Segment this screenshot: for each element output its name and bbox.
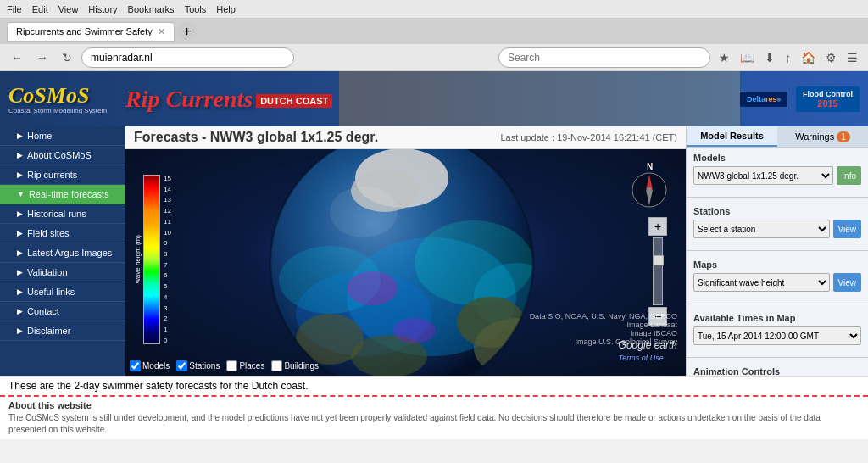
maps-view-button[interactable]: View	[833, 273, 862, 292]
colorbar: wave height (m) 15 14 13 12 11 10	[134, 175, 168, 344]
zoom-handle[interactable]	[654, 255, 664, 265]
stations-row: Select a station View	[693, 220, 861, 238]
zoom-in-button[interactable]: +	[648, 217, 667, 236]
models-checkbox-label[interactable]: Models	[130, 360, 170, 371]
safety-text: These are the 2-day swimmer safety forec…	[8, 380, 308, 392]
map-container: Forecasts - NWW3 global 1x1.25 degr. Las…	[125, 126, 686, 376]
settings-icon[interactable]: ⚙	[822, 49, 840, 66]
nav-icons: ★ 📖 ⬇ ↑ 🏠 ⚙ ☰	[715, 49, 861, 66]
tab-model-results[interactable]: Model Results	[687, 126, 777, 147]
animation-section: Animation Controls < Play ⏸ > Delete Spe…	[687, 361, 868, 376]
divider-3	[687, 304, 868, 304]
sidebar-item-disclaimer[interactable]: ▶ Disclaimer	[0, 321, 125, 341]
validation-arrow-icon: ▶	[17, 268, 23, 276]
divider-2	[687, 250, 868, 251]
menu-file[interactable]: File	[7, 4, 22, 14]
sidebar: ▶ Home ▶ About CoSMoS ▶ Rip currents ▼ R…	[0, 126, 125, 376]
cb-label-8: 8	[164, 250, 171, 258]
colorbar-title: wave height (m)	[134, 175, 142, 344]
about-text: The CoSMoS system is still under develop…	[8, 412, 860, 436]
stations-section: Stations Select a station View	[687, 201, 868, 247]
models-select[interactable]: NWW3 global 1x1.25 degr.	[693, 166, 833, 185]
stations-view-button[interactable]: View	[833, 220, 862, 238]
stations-checkbox-label[interactable]: Stations	[176, 360, 220, 371]
models-checkbox[interactable]	[130, 360, 141, 371]
sidebar-item-contact[interactable]: ▶ Contact	[0, 302, 125, 321]
last-update: Last update : 19-Nov-2014 16:21:41 (CET)	[500, 132, 677, 142]
about-title: About this website	[8, 400, 860, 410]
globe	[262, 149, 550, 376]
menu-icon[interactable]: ☰	[843, 49, 861, 66]
info-button[interactable]: Info	[837, 166, 861, 185]
maps-row: Significant wave height View	[693, 273, 861, 292]
home-icon[interactable]: 🏠	[798, 49, 819, 66]
places-checkbox-label[interactable]: Places	[226, 360, 264, 371]
share-icon[interactable]: ↑	[782, 49, 794, 66]
back-button[interactable]: ←	[7, 49, 27, 66]
search-bar[interactable]	[498, 47, 710, 68]
maps-section-title: Maps	[693, 259, 861, 270]
new-tab-button[interactable]: +	[178, 22, 197, 41]
buildings-checkbox-label[interactable]: Buildings	[271, 360, 319, 371]
tab-warnings[interactable]: Warnings 1	[777, 126, 868, 147]
tab-close-btn[interactable]: ✕	[158, 26, 165, 37]
sidebar-item-argus[interactable]: ▶ Latest Argus Images	[0, 243, 125, 263]
cb-label-9: 9	[164, 239, 171, 247]
forward-button[interactable]: →	[32, 49, 53, 66]
zoom-slider[interactable]	[653, 237, 663, 305]
reading-icon[interactable]: 📖	[737, 49, 758, 66]
content-area: ▶ Home ▶ About CoSMoS ▶ Rip currents ▼ R…	[0, 126, 868, 376]
maps-select[interactable]: Significant wave height	[693, 273, 830, 292]
sidebar-item-home[interactable]: ▶ Home	[0, 126, 125, 146]
map-checkboxes: Models Stations Places Buildings	[130, 360, 319, 371]
menu-edit[interactable]: Edit	[32, 4, 48, 14]
terms-link[interactable]: Terms of Use	[619, 354, 664, 362]
sidebar-item-validation[interactable]: ▶ Validation	[0, 263, 125, 282]
sidebar-item-historical[interactable]: ▶ Historical runs	[0, 204, 125, 224]
reload-button[interactable]: ↻	[58, 49, 76, 66]
sidebar-item-field-sites[interactable]: ▶ Field sites	[0, 224, 125, 243]
main-content: CoSMoS Coastal Storm Modelling System Ri…	[0, 71, 868, 439]
nav-bar: ← → ↻ ★ 📖 ⬇ ↑ 🏠 ⚙ ☰	[0, 44, 868, 71]
cosmos-sub: Coastal Storm Modelling System	[8, 107, 110, 114]
argus-arrow-icon: ▶	[17, 248, 23, 257]
links-arrow-icon: ▶	[17, 287, 23, 296]
svg-point-16	[272, 149, 531, 376]
dutch-coast-label: DUTCH COAST	[256, 94, 332, 108]
times-select[interactable]: Tue, 15 Apr 2014 12:00:00 GMT	[693, 326, 861, 345]
stations-section-title: Stations	[693, 206, 861, 216]
cb-label-1: 1	[164, 326, 171, 333]
menu-bookmarks[interactable]: Bookmarks	[128, 4, 175, 14]
stations-checkbox[interactable]	[176, 360, 187, 371]
cb-label-0: 0	[164, 337, 171, 344]
maps-section: Maps Significant wave height View	[687, 254, 868, 300]
stations-select[interactable]: Select a station	[693, 220, 830, 238]
sidebar-item-rip-currents[interactable]: ▶ Rip currents	[0, 165, 125, 185]
sidebar-item-realtime[interactable]: ▼ Real-time forecasts	[0, 185, 125, 204]
map-view[interactable]: wave height (m) 15 14 13 12 11 10	[125, 149, 686, 376]
compass-area: N	[631, 162, 669, 212]
bottom-area: These are the 2-day swimmer safety forec…	[0, 376, 868, 395]
times-row: Tue, 15 Apr 2014 12:00:00 GMT	[693, 326, 861, 345]
browser-tab[interactable]: Ripcurrents and Swimmer Safety ✕	[7, 22, 175, 42]
menu-view[interactable]: View	[58, 4, 79, 14]
cb-label-7: 7	[164, 261, 171, 269]
menu-history[interactable]: History	[88, 4, 117, 14]
logos-area: Deltares® Flood Control 2015	[740, 86, 868, 112]
menu-tools[interactable]: Tools	[185, 4, 207, 14]
divider-4	[687, 357, 868, 358]
tab-bar: Ripcurrents and Swimmer Safety ✕ +	[0, 19, 868, 44]
places-checkbox[interactable]	[226, 360, 237, 371]
site-header: CoSMoS Coastal Storm Modelling System Ri…	[0, 71, 868, 126]
bookmark-icon[interactable]: ★	[715, 49, 733, 66]
buildings-checkbox[interactable]	[271, 360, 282, 371]
rip-currents-title: Rip Currents	[125, 86, 253, 113]
sidebar-item-about[interactable]: ▶ About CoSMoS	[0, 146, 125, 165]
cosmos-logo: CoSMoS	[8, 83, 110, 109]
cb-label-15: 15	[164, 175, 171, 182]
sidebar-item-useful-links[interactable]: ▶ Useful links	[0, 282, 125, 302]
menu-help[interactable]: Help	[216, 4, 236, 14]
pocket-icon[interactable]: ⬇	[761, 49, 778, 66]
warnings-badge: 1	[837, 131, 850, 142]
url-bar[interactable]	[81, 47, 294, 68]
